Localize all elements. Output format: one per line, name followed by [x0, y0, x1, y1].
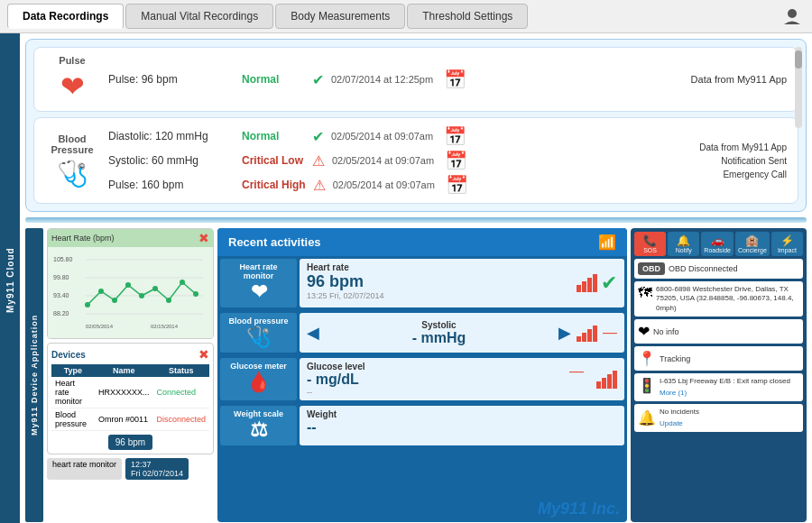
- bp-bar-chart: [577, 324, 597, 342]
- bp-diastolic-check: ✔: [312, 128, 324, 145]
- svg-point-16: [180, 280, 185, 285]
- svg-text:02/05/2014: 02/05/2014: [86, 324, 114, 329]
- bp-row-1: Diastolic: 120 mmHg Normal ✔ 02/05/2014 …: [108, 125, 651, 147]
- hr-data-title: Heart rate: [307, 262, 617, 272]
- user-icon[interactable]: [780, 5, 805, 27]
- obd-button[interactable]: OBD: [638, 262, 665, 275]
- roadside-label: Roadside: [704, 247, 731, 253]
- bp-cal-icon-2: 📅: [445, 150, 467, 171]
- heart-rate-btn-icon: ❤: [224, 280, 293, 304]
- glucose-data-panel: Glucose level - mg/dL -- —: [300, 358, 624, 400]
- svg-point-13: [139, 293, 144, 298]
- bp-diastolic-status: Normal: [242, 130, 305, 142]
- device-type-2: Blood pressure: [51, 408, 95, 431]
- sos-button[interactable]: 📞 SOS: [634, 232, 666, 256]
- bp-card-title: Blood Pressure: [45, 133, 99, 155]
- alerts-update-link[interactable]: Update: [660, 419, 683, 427]
- traffic-icon: 🚦: [638, 377, 656, 394]
- alerts-status: No incidents: [660, 408, 699, 416]
- hr-check-icon: ✔: [601, 271, 617, 295]
- heart-rate-btn-text: Heart rate monitor: [224, 262, 293, 280]
- app-panel-header: Recent activities 📶: [217, 228, 627, 256]
- concierge-icon: 🏨: [738, 234, 767, 247]
- bp-bar-3: [587, 329, 592, 342]
- app-logo: My911 Inc.: [538, 500, 620, 518]
- concierge-label: Concierge: [738, 247, 767, 253]
- right-panel: 📞 SOS 🔔 Notify 🚗 Roadside 🏨 Concierge: [631, 228, 807, 522]
- chart-close-icon[interactable]: ✖: [198, 231, 209, 245]
- bp-source: Data from My911 AppNotification SentEmer…: [660, 141, 787, 181]
- tracking-row: 📍 Tracking: [634, 346, 803, 371]
- bp-right-arrow[interactable]: ▶: [558, 323, 571, 343]
- bp-pulse-label: Pulse: 160 bpm: [108, 179, 235, 191]
- bp-diastolic-label: Diastolic: 120 mmHg: [108, 130, 235, 142]
- logo-area: My911 Inc.: [217, 448, 627, 522]
- svg-text:02/15/2014: 02/15/2014: [151, 324, 179, 329]
- map-row: 🗺 6800-6898 Westchester Drive, Dallas, T…: [634, 281, 803, 317]
- concierge-button[interactable]: 🏨 Concierge: [735, 232, 770, 256]
- pulse-datetime: 02/07/2014 at 12:25pm: [331, 74, 433, 85]
- notify-label: Notify: [670, 247, 697, 253]
- pulse-cal-icon: 📅: [444, 69, 466, 90]
- table-row: Heart rate monitor HRXXXXXX... Connected: [51, 377, 209, 408]
- impact-icon: ⚡: [774, 234, 800, 247]
- hr-data-time: 13:25 Fri, 02/07/2014: [307, 291, 617, 300]
- bp-icon-area: Blood Pressure 🩺: [45, 133, 99, 188]
- weight-data-title: Weight: [307, 409, 617, 419]
- my911-cloud-label: My911 Cloud: [0, 33, 20, 523]
- tracking-status: Tracking: [660, 354, 690, 363]
- bp-data-value: - mmHg: [325, 330, 553, 346]
- hr-data-value: 96 bpm: [307, 272, 617, 291]
- glucose-label-btn[interactable]: Glucose meter 🩸: [220, 358, 297, 400]
- tab-manual-vital[interactable]: Manual Vital Recordings: [125, 4, 273, 29]
- bp-btn-icon: 🩺: [224, 326, 293, 349]
- heart-rate-label-btn[interactable]: Heart rate monitor ❤: [220, 259, 297, 307]
- tab-data-recordings[interactable]: Data Recordings: [7, 4, 124, 29]
- bp-pulse-status: Critical High: [242, 179, 306, 191]
- pulse-data: Pulse: 96 bpm Normal ✔ 02/07/2014 at 12:…: [108, 69, 651, 90]
- glucose-sub: --: [307, 388, 617, 397]
- impact-button[interactable]: ⚡ Impact: [771, 232, 803, 256]
- weight-label-btn[interactable]: Weight scale ⚖: [220, 406, 297, 445]
- map-icon: 🗺: [638, 285, 652, 301]
- scrollbar[interactable]: [795, 47, 802, 128]
- glucose-row: Glucose meter 🩸 Glucose level - mg/dL --: [217, 355, 627, 403]
- bp-cal-icon-3: 📅: [446, 174, 468, 196]
- bar-1: [577, 285, 581, 292]
- notify-button[interactable]: 🔔 Notify: [668, 232, 699, 256]
- svg-point-15: [166, 298, 171, 303]
- roadside-button[interactable]: 🚗 Roadside: [701, 232, 734, 256]
- tab-body-measurements[interactable]: Body Measurements: [275, 4, 405, 29]
- notify-icon: 🔔: [670, 234, 697, 247]
- alerts-icon: 🔔: [638, 409, 656, 427]
- heart-icon: ❤: [45, 69, 99, 104]
- alerts-row: 🔔 No incidents Update: [634, 404, 803, 432]
- scroll-thumb[interactable]: [795, 50, 802, 69]
- heart-rate-monitor-label: heart rate monitor: [47, 458, 122, 480]
- pulse-card-title: Pulse: [45, 55, 99, 66]
- chart-header: Heart Rate (bpm) ✖: [48, 229, 213, 247]
- bp-data-title: Systolic: [325, 320, 553, 330]
- bpm-reading: 96 bpm: [51, 435, 209, 450]
- g-bar-3: [607, 374, 612, 389]
- bp-label-btn[interactable]: Blood pressure 🩺: [220, 313, 297, 353]
- weight-row: Weight scale ⚖ Weight --: [217, 403, 627, 448]
- bar-2: [582, 281, 586, 292]
- traffic-more-link[interactable]: More (1): [660, 389, 687, 397]
- traffic-row: 🚦 I-635 Lbj Freeway E/B : Exit ramp clos…: [634, 373, 803, 401]
- bp-card: Blood Pressure 🩺 Diastolic: 120 mmHg Nor…: [33, 117, 798, 204]
- chart-title: Heart Rate (bpm): [51, 234, 115, 243]
- weight-btn-text: Weight scale: [224, 409, 293, 418]
- sos-icon: 📞: [637, 234, 663, 247]
- g-bar-1: [596, 381, 601, 389]
- pulse-measurement: Pulse: 96 bpm: [108, 73, 235, 86]
- impact-label: Impact: [774, 247, 800, 253]
- weight-btn-icon: ⚖: [224, 418, 293, 442]
- tracking-icon: 📍: [638, 350, 656, 367]
- bp-data: Diastolic: 120 mmHg Normal ✔ 02/05/2014 …: [108, 125, 651, 196]
- bar-4: [593, 274, 597, 292]
- bp-left-arrow[interactable]: ◀: [307, 323, 319, 343]
- devices-close-icon[interactable]: ✖: [198, 347, 209, 362]
- tab-threshold-settings[interactable]: Threshold Settings: [407, 4, 528, 29]
- devices-title: Devices: [51, 350, 86, 360]
